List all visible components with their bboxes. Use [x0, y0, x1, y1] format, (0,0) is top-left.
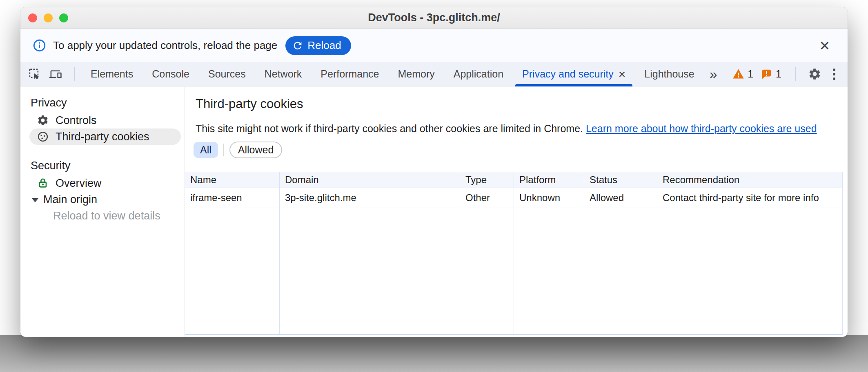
devtools-window: DevTools - 3pc.glitch.me/ To apply your …: [20, 7, 848, 337]
inspect-element-button[interactable]: [25, 65, 43, 83]
tab-label: Sources: [208, 68, 246, 80]
close-window-button[interactable]: [28, 13, 37, 22]
cell-type[interactable]: Other: [460, 188, 514, 208]
issue-count: 1: [776, 68, 781, 80]
desktop-background: [0, 335, 868, 372]
zoom-window-button[interactable]: [59, 13, 68, 22]
tab-application[interactable]: Application: [444, 62, 513, 86]
column-header-platform[interactable]: Platform: [514, 172, 584, 188]
settings-button[interactable]: [808, 67, 821, 81]
tab-lighthouse[interactable]: Lighthouse: [635, 62, 703, 86]
column-header-status[interactable]: Status: [584, 172, 657, 188]
panel-body: Privacy Controls Third-party cookies Sec…: [20, 87, 848, 337]
tab-label: Console: [152, 68, 189, 80]
page-description: This site might not work if third-party …: [196, 123, 817, 135]
sidebar-spacer: [20, 145, 185, 159]
table-filler-cell: [280, 208, 460, 334]
learn-more-link[interactable]: Learn more about how third-party cookies…: [586, 123, 817, 134]
tab-label: Privacy and security: [522, 68, 614, 80]
tab-network[interactable]: Network: [255, 62, 312, 86]
traffic-lights: [28, 13, 68, 22]
chevron-down-icon: [32, 198, 38, 202]
more-options-button[interactable]: [827, 66, 841, 82]
tab-sources[interactable]: Sources: [199, 62, 255, 86]
tab-label: Network: [265, 68, 302, 80]
gear-icon: [808, 67, 821, 81]
page-title: Third-party cookies: [196, 97, 303, 111]
device-toolbar-icon: [49, 68, 62, 80]
tab-label: Application: [454, 68, 503, 80]
active-tab-underline: [515, 84, 632, 86]
reload-button[interactable]: Reload: [285, 36, 351, 55]
tab-close-icon[interactable]: ×: [619, 68, 626, 80]
sidebar-reload-hint: Reload to view details: [53, 208, 185, 224]
tab-elements[interactable]: Elements: [81, 62, 142, 86]
cell-name[interactable]: iframe-seen: [185, 188, 280, 208]
warnings-badge[interactable]: 1: [732, 68, 753, 80]
tab-performance[interactable]: Performance: [311, 62, 388, 86]
table-filler-cell: [584, 208, 657, 334]
filter-chip-label: Allowed: [238, 144, 274, 156]
cell-recommendation[interactable]: Contact third-party site for more info: [657, 188, 842, 208]
reload-infobar: To apply your updated controls, reload t…: [20, 29, 848, 62]
issues-icon: [761, 68, 772, 80]
device-toolbar-button[interactable]: [47, 65, 65, 83]
toolbar-divider: [795, 67, 796, 81]
column-header-domain[interactable]: Domain: [280, 172, 460, 188]
infobar-close-icon[interactable]: ×: [814, 37, 835, 54]
sidebar-item-third-party-cookies[interactable]: Third-party cookies: [29, 128, 181, 145]
more-tabs-chevron-icon[interactable]: »: [704, 66, 722, 82]
inspect-cursor-icon: [28, 68, 41, 80]
column-header-type[interactable]: Type: [460, 172, 514, 188]
window-title: DevTools - 3pc.glitch.me/: [20, 7, 848, 28]
third-party-cookies-panel: Third-party cookies This site might not …: [185, 87, 848, 337]
column-header-name[interactable]: Name: [185, 172, 280, 188]
dot-icon: [833, 69, 835, 71]
warning-triangle-icon: [732, 68, 744, 80]
titlebar: DevTools - 3pc.glitch.me/: [20, 7, 848, 29]
reload-button-label: Reload: [307, 39, 341, 52]
table-filler-cell: [185, 208, 280, 334]
tab-console[interactable]: Console: [142, 62, 199, 86]
table-filler-cell: [657, 208, 842, 334]
toolbar-divider: [74, 67, 75, 81]
chip-divider: [223, 144, 224, 156]
sidebar-item-label: Controls: [56, 114, 97, 127]
issues-badge[interactable]: 1: [761, 68, 781, 80]
status-filter-chips: All Allowed: [194, 142, 282, 158]
lock-icon: [37, 177, 49, 189]
table-filler-cell: [514, 208, 584, 334]
table-filler-cell: [460, 208, 514, 334]
tab-privacy-and-security[interactable]: Privacy and security ×: [513, 62, 635, 86]
tab-label: Lighthouse: [644, 68, 694, 80]
reload-icon: [292, 40, 303, 51]
description-text: This site might not work if third-party …: [196, 123, 583, 134]
infobar-message: To apply your updated controls, reload t…: [53, 39, 277, 52]
info-icon: [33, 39, 46, 52]
cell-platform[interactable]: Unknown: [514, 188, 584, 208]
warning-count: 1: [748, 68, 753, 80]
sidebar-item-label: Third-party cookies: [56, 131, 149, 143]
sidebar-item-controls[interactable]: Controls: [29, 112, 181, 128]
tab-label: Elements: [91, 68, 133, 80]
minimize-window-button[interactable]: [44, 13, 53, 22]
column-header-recommendation[interactable]: Recommendation: [657, 172, 842, 188]
dot-icon: [833, 78, 835, 80]
privacy-sidebar: Privacy Controls Third-party cookies Sec…: [20, 87, 185, 337]
tab-label: Memory: [398, 68, 434, 80]
filter-chip-allowed[interactable]: Allowed: [229, 142, 283, 158]
cookie-icon: [37, 131, 49, 143]
tab-memory[interactable]: Memory: [388, 62, 444, 86]
devtools-toolbar: Elements Console Sources Network Perform…: [20, 62, 848, 86]
dot-icon: [833, 73, 835, 75]
sidebar-item-overview[interactable]: Overview: [29, 175, 181, 191]
sidebar-tree-main-origin[interactable]: Main origin: [20, 191, 185, 208]
filter-chip-all[interactable]: All: [194, 142, 218, 158]
sidebar-heading-privacy: Privacy: [31, 97, 185, 112]
tab-label: Performance: [320, 68, 379, 80]
sidebar-item-label: Overview: [56, 177, 102, 190]
cell-domain[interactable]: 3p-site.glitch.me: [280, 188, 460, 208]
tree-item-label: Main origin: [43, 193, 97, 206]
cell-status[interactable]: Allowed: [584, 188, 657, 208]
sidebar-heading-security: Security: [31, 159, 185, 175]
